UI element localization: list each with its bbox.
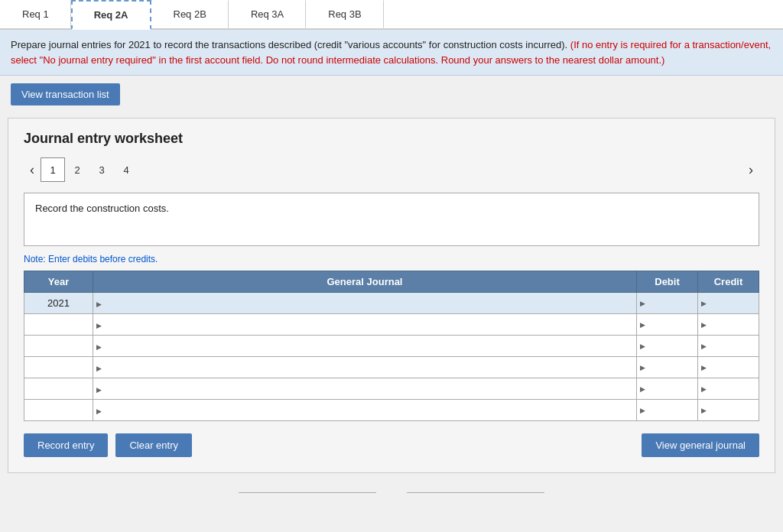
table-row-credit-5[interactable] bbox=[698, 400, 759, 421]
col-credit: Credit bbox=[698, 271, 759, 293]
table-row-debit-1[interactable] bbox=[637, 314, 698, 336]
table-row-debit-5[interactable] bbox=[637, 400, 698, 421]
table-row-credit-2[interactable] bbox=[698, 336, 759, 357]
worksheet-container: Journal entry worksheet ‹ 1 2 3 4 › Reco… bbox=[8, 118, 775, 473]
table-row-account-3[interactable] bbox=[93, 357, 637, 378]
bottom-line-left bbox=[239, 485, 376, 493]
table-row-debit-3[interactable] bbox=[637, 357, 698, 378]
table-row-account-4[interactable] bbox=[93, 378, 637, 400]
table-row-credit-3[interactable] bbox=[698, 357, 759, 378]
table-row-account-0[interactable] bbox=[93, 293, 637, 314]
col-general-journal: General Journal bbox=[93, 271, 637, 293]
worksheet-title: Journal entry worksheet bbox=[24, 131, 759, 147]
step-4[interactable]: 4 bbox=[117, 161, 135, 179]
table-row-account-2[interactable] bbox=[93, 336, 637, 357]
step-1[interactable]: 1 bbox=[41, 157, 65, 182]
tab-req2b[interactable]: Req 2B bbox=[151, 0, 229, 28]
tab-req3b[interactable]: Req 3B bbox=[306, 0, 383, 28]
table-row-credit-0[interactable] bbox=[698, 293, 759, 314]
table-row-credit-4[interactable] bbox=[698, 378, 759, 400]
table-row-year-3[interactable] bbox=[24, 357, 93, 378]
description-text: Record the construction costs. bbox=[35, 203, 169, 214]
instruction-main: Prepare journal entries for 2021 to reco… bbox=[11, 39, 567, 50]
table-row-credit-1[interactable] bbox=[698, 314, 759, 336]
view-transaction-button[interactable]: View transaction list bbox=[11, 83, 120, 105]
clear-entry-button[interactable]: Clear entry bbox=[115, 433, 192, 457]
view-general-journal-button[interactable]: View general journal bbox=[642, 433, 759, 457]
description-box: Record the construction costs. bbox=[24, 193, 759, 246]
col-debit: Debit bbox=[637, 271, 698, 293]
table-row-debit-4[interactable] bbox=[637, 378, 698, 400]
table-row-debit-2[interactable] bbox=[637, 336, 698, 357]
step-3[interactable]: 3 bbox=[93, 161, 111, 179]
bottom-line-right bbox=[407, 485, 544, 493]
table-row-year-5[interactable] bbox=[24, 400, 93, 421]
next-step-arrow[interactable]: › bbox=[742, 159, 759, 181]
col-year: Year bbox=[24, 271, 93, 293]
record-entry-button[interactable]: Record entry bbox=[24, 433, 108, 457]
journal-table: Year General Journal Debit Credit 2021 bbox=[24, 271, 759, 421]
instruction-box: Prepare journal entries for 2021 to reco… bbox=[0, 30, 783, 76]
tab-req1[interactable]: Req 1 bbox=[0, 0, 71, 28]
note-text: Note: Enter debits before credits. bbox=[24, 254, 759, 264]
table-row-year-4[interactable] bbox=[24, 378, 93, 400]
table-row-debit-0[interactable] bbox=[637, 293, 698, 314]
table-row-year-0[interactable]: 2021 bbox=[24, 293, 93, 314]
bottom-line-area bbox=[0, 485, 783, 493]
table-row-account-1[interactable] bbox=[93, 314, 637, 336]
tabs-bar: Req 1 Req 2A Req 2B Req 3A Req 3B bbox=[0, 0, 783, 30]
step-navigation: ‹ 1 2 3 4 › bbox=[24, 157, 759, 182]
prev-step-arrow[interactable]: ‹ bbox=[24, 159, 41, 181]
tab-req2a[interactable]: Req 2A bbox=[71, 0, 151, 30]
step-2[interactable]: 2 bbox=[68, 161, 86, 179]
tab-req3a[interactable]: Req 3A bbox=[229, 0, 306, 28]
table-row-year-1[interactable] bbox=[24, 314, 93, 336]
table-row-year-2[interactable] bbox=[24, 336, 93, 357]
action-buttons: Record entry Clear entry View general jo… bbox=[24, 433, 759, 457]
table-row-account-5[interactable] bbox=[93, 400, 637, 421]
